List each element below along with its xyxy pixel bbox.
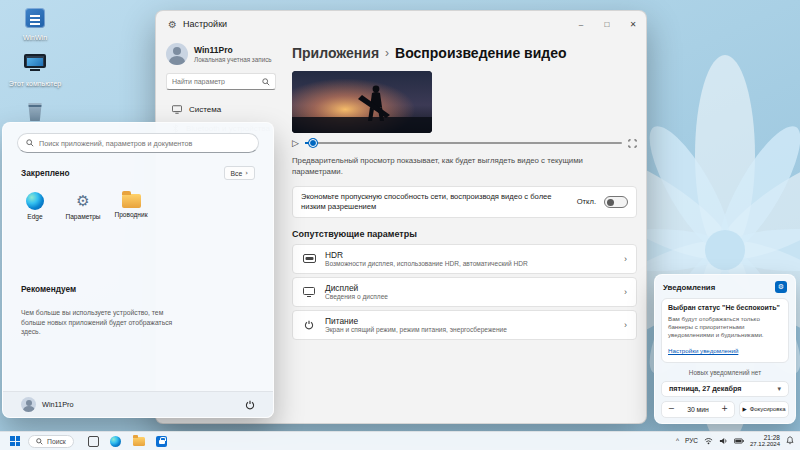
minimize-button[interactable]: – <box>568 11 594 37</box>
chevron-right-icon: › <box>245 169 248 177</box>
slider-thumb[interactable] <box>309 139 317 147</box>
settings-app-icon: ⚙ <box>168 19 177 30</box>
play-button[interactable]: ▷ <box>292 139 299 148</box>
toggle-state-label: Откл. <box>577 197 596 206</box>
seek-slider[interactable] <box>305 142 622 144</box>
clock[interactable]: 21:28 27.12.2024 <box>750 434 780 448</box>
settings-search-input[interactable] <box>172 78 262 85</box>
bandwidth-toggle[interactable] <box>604 196 628 208</box>
search-icon <box>36 438 43 445</box>
tray-time: 21:28 <box>750 434 780 441</box>
maximize-button[interactable]: □ <box>594 11 620 37</box>
chevron-right-icon: › <box>624 254 627 264</box>
related-row-subtitle: Сведения о дисплее <box>325 293 388 301</box>
window-title: Настройки <box>183 19 227 29</box>
calendar-row[interactable]: пятница, 27 декабря ▾ <box>661 381 789 397</box>
breadcrumb: Приложения › Воспроизведение видео <box>292 45 634 61</box>
wifi-icon[interactable] <box>704 437 713 445</box>
desktop-icon-label: WinWin <box>6 34 64 42</box>
notification-settings-button[interactable]: ⚙ <box>775 281 787 293</box>
related-row-subtitle: Экран и спящий режим, режим питания, эне… <box>325 326 507 334</box>
gear-icon: ⚙ <box>59 192 107 210</box>
desktop-icon-this-pc[interactable]: Этот компьютер <box>6 52 64 88</box>
sidebar-item-system[interactable]: Система <box>166 100 276 119</box>
taskbar-store-button[interactable] <box>155 434 169 448</box>
system-icon <box>172 105 182 114</box>
pinned-header: Закреплено <box>21 168 70 178</box>
taskbar: Поиск ^ РУС 21:28 27.12.2024 <box>0 431 800 450</box>
task-view-icon <box>88 437 97 446</box>
hidden-icons-button[interactable]: ^ <box>676 437 679 444</box>
notification-toast[interactable]: Выбран статус "Не беспокоить" Вам будут … <box>661 298 789 363</box>
start-search[interactable] <box>17 133 259 153</box>
desktop-icon-winwin[interactable]: WinWin <box>6 6 64 42</box>
sidebar-item-label: Система <box>189 105 221 114</box>
start-search-input[interactable] <box>39 139 250 148</box>
volume-icon[interactable] <box>719 437 728 445</box>
video-controls: ▷ <box>292 136 637 150</box>
power-button[interactable] <box>245 400 255 410</box>
related-row-title: Питание <box>325 316 507 327</box>
close-button[interactable]: ✕ <box>620 11 646 37</box>
related-row-hdr[interactable]: HDR Возможности дисплея, использование H… <box>292 244 637 274</box>
search-icon <box>26 139 34 147</box>
focus-duration-value: 30 мин <box>687 406 709 413</box>
breadcrumb-section[interactable]: Приложения <box>292 45 379 61</box>
settings-search[interactable] <box>166 73 276 90</box>
search-icon <box>262 78 270 86</box>
app-tile-settings[interactable]: ⚙ Параметры <box>59 188 107 224</box>
battery-icon[interactable] <box>734 438 744 444</box>
toast-title: Выбран статус "Не беспокоить" <box>668 304 782 313</box>
taskbar-search-label: Поиск <box>47 438 66 445</box>
app-tile-label: Проводник <box>107 211 155 218</box>
user-chip[interactable]: Win11Pro <box>21 397 74 412</box>
pinned-apps: Edge ⚙ Параметры Проводник <box>11 188 265 224</box>
video-preview-image <box>292 71 432 133</box>
account-type: Локальная учетная запись <box>194 56 272 63</box>
windows-logo-icon <box>10 436 20 446</box>
language-indicator[interactable]: РУС <box>685 437 698 444</box>
folder-icon <box>122 194 141 208</box>
related-row-power[interactable]: Питание Экран и спящий режим, режим пита… <box>292 310 637 340</box>
taskbar-search[interactable]: Поиск <box>28 435 74 448</box>
increase-button[interactable]: + <box>721 405 728 413</box>
settings-main: Приложения › Воспроизведение видео <box>286 37 646 423</box>
notification-bell-icon[interactable] <box>786 436 794 445</box>
related-row-subtitle: Возможности дисплея, использование HDR, … <box>325 260 528 268</box>
all-apps-button[interactable]: Все › <box>224 166 255 180</box>
focus-start-button[interactable]: ▶ Фокусировка <box>739 401 789 418</box>
chevron-right-icon: › <box>385 46 389 60</box>
account-name: Win11Pro <box>194 45 272 55</box>
decrease-button[interactable]: − <box>668 405 675 413</box>
taskbar-edge-button[interactable] <box>109 434 123 448</box>
page-title: Воспроизведение видео <box>395 45 566 61</box>
start-button[interactable] <box>6 434 24 449</box>
preview-note: Предварительный просмотр показывает, как… <box>292 156 622 177</box>
app-tile-explorer[interactable]: Проводник <box>107 188 155 224</box>
edge-icon <box>110 436 121 447</box>
bandwidth-setting-row: Экономьте пропускную способность сети, в… <box>292 186 637 218</box>
account-chip[interactable]: Win11Pro Локальная учетная запись <box>166 43 276 65</box>
display-icon <box>302 287 316 297</box>
taskbar-explorer-button[interactable] <box>132 434 146 448</box>
recommended-header: Рекомендуем <box>21 284 76 294</box>
tray-date: 27.12.2024 <box>750 441 780 448</box>
fullscreen-button[interactable] <box>628 139 637 148</box>
recommended-empty-text: Чем больше вы используете устройство, те… <box>21 308 181 337</box>
focus-controls: − 30 мин + ▶ Фокусировка <box>661 401 789 418</box>
avatar <box>166 43 188 65</box>
app-tile-edge[interactable]: Edge <box>11 188 59 224</box>
related-row-display[interactable]: Дисплей Сведения о дисплее › <box>292 277 637 307</box>
notification-settings-link[interactable]: Настройки уведомлений <box>668 347 738 354</box>
titlebar: ⚙ Настройки – □ ✕ <box>156 11 646 37</box>
related-row-title: Дисплей <box>325 283 388 294</box>
chevron-right-icon: › <box>624 287 627 297</box>
related-settings-header: Сопутствующие параметры <box>292 229 634 239</box>
user-name: Win11Pro <box>42 400 74 409</box>
notifications-header: Уведомления <box>663 283 715 292</box>
task-view-button[interactable] <box>86 434 100 448</box>
app-tile-label: Параметры <box>59 213 107 220</box>
calendar-date: пятница, 27 декабря <box>669 384 741 393</box>
store-icon <box>156 436 167 447</box>
chevron-down-icon: ▾ <box>777 385 781 393</box>
